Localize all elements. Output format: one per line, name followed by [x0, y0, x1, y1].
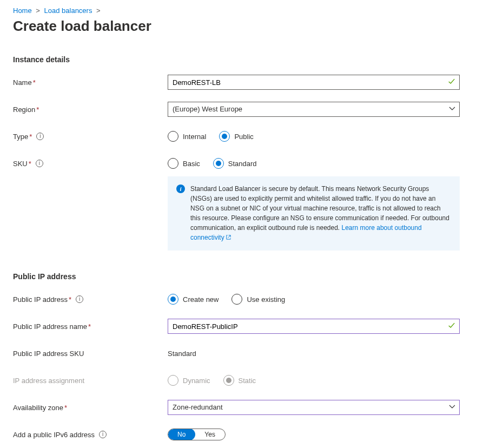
section-public-ip: Public IP address Public IP address * i … [13, 272, 477, 443]
label-public-ip: Public IP address [13, 295, 68, 304]
required-icon: * [64, 404, 67, 412]
section-title-public-ip: Public IP address [13, 272, 477, 281]
radio-ip-dynamic: Dynamic [168, 375, 210, 386]
radio-type-internal[interactable]: Internal [168, 131, 206, 142]
row-region: Region * (Europe) West Europe [13, 101, 477, 118]
label-name: Name [13, 78, 32, 87]
info-icon[interactable]: i [99, 431, 107, 438]
section-instance-details: Instance details Name * Region * (Europe… [13, 55, 477, 251]
section-title-instance-details: Instance details [13, 55, 477, 64]
breadcrumb-sep-icon: > [96, 6, 101, 15]
pip-sku-value: Standard [168, 350, 196, 358]
label-type: Type [13, 133, 28, 141]
info-ball-icon: i [176, 185, 185, 193]
required-icon: * [36, 106, 39, 114]
label-region: Region [13, 106, 35, 114]
required-icon: * [33, 78, 36, 87]
radio-label-dynamic: Dynamic [183, 377, 210, 385]
row-pip-name: Public IP address name * [13, 318, 477, 335]
ipv6-toggle[interactable]: No Yes [168, 429, 226, 440]
breadcrumb-sep-icon: > [36, 6, 40, 15]
required-icon: * [29, 133, 32, 141]
info-icon[interactable]: i [36, 160, 43, 167]
label-pip-name: Public IP address name [13, 322, 87, 331]
breadcrumb: Home > Load balancers > [13, 6, 477, 15]
row-sku: SKU * i Basic Standard [13, 155, 477, 172]
row-pip-sku: Public IP address SKU Standard [13, 345, 477, 362]
label-sku: SKU [13, 160, 28, 168]
availability-zone-select[interactable]: Zone-redundant [168, 400, 460, 415]
pill-yes[interactable]: Yes [195, 429, 225, 440]
radio-ip-static: Static [223, 375, 256, 386]
label-ip-assignment: IP address assignment [13, 377, 84, 385]
required-icon: * [69, 295, 71, 304]
row-name: Name * [13, 74, 477, 91]
pill-no[interactable]: No [168, 429, 195, 440]
label-ipv6: Add a public IPv6 address [13, 431, 95, 439]
radio-sku-standard[interactable]: Standard [213, 158, 257, 169]
radio-pip-use-existing[interactable]: Use existing [231, 294, 285, 305]
radio-label-basic: Basic [183, 160, 200, 168]
pip-name-input[interactable] [168, 319, 460, 334]
row-availability-zone: Availability zone * Zone-redundant [13, 399, 477, 416]
sku-info-box: i Standard Load Balancer is secure by de… [168, 176, 460, 251]
row-ip-assignment: IP address assignment Dynamic Static [13, 372, 477, 389]
name-input[interactable] [168, 75, 460, 90]
breadcrumb-home[interactable]: Home [13, 6, 32, 15]
radio-label-create-new: Create new [183, 295, 218, 304]
row-type: Type * i Internal Public [13, 128, 477, 145]
radio-pip-create-new[interactable]: Create new [168, 294, 218, 305]
radio-label-static: Static [239, 377, 256, 385]
required-icon: * [29, 160, 31, 168]
radio-type-public[interactable]: Public [219, 131, 253, 142]
row-public-ip: Public IP address * i Create new Use exi… [13, 291, 477, 308]
radio-label-use-existing: Use existing [247, 295, 285, 304]
required-icon: * [88, 322, 91, 331]
label-pip-sku: Public IP address SKU [13, 350, 84, 358]
radio-sku-basic[interactable]: Basic [168, 158, 200, 169]
row-ipv6: Add a public IPv6 address i No Yes [13, 426, 477, 443]
breadcrumb-loadbalancers[interactable]: Load balancers [44, 6, 92, 15]
radio-label-public: Public [234, 133, 253, 141]
region-select[interactable]: (Europe) West Europe [168, 102, 460, 117]
info-icon[interactable]: i [76, 295, 83, 303]
external-link-icon [226, 233, 231, 243]
radio-label-standard: Standard [228, 160, 257, 168]
info-icon[interactable]: i [36, 133, 44, 140]
radio-label-internal: Internal [183, 133, 206, 141]
label-availability-zone: Availability zone [13, 404, 63, 412]
page-title: Create load balancer [13, 18, 477, 35]
